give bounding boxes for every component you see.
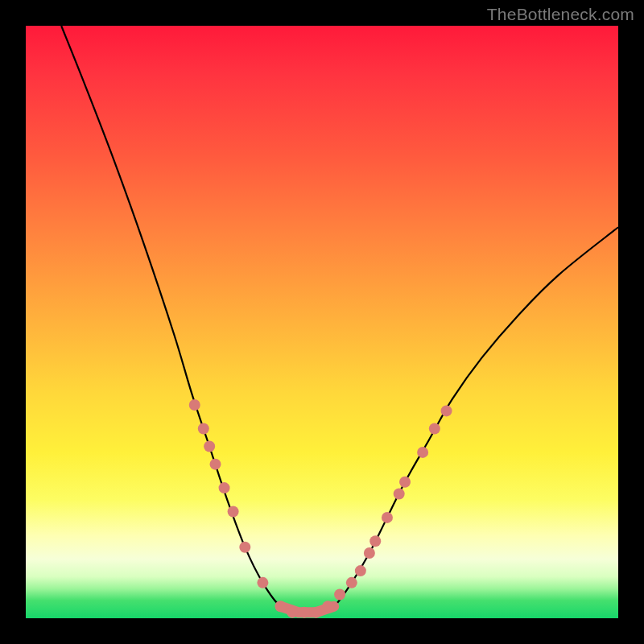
chart-frame: TheBottleneck.com [0,0,644,644]
curve-dot [355,565,366,576]
curve-dot [198,423,209,434]
curve-dot [429,423,440,434]
curve-dot [228,506,239,518]
curve-dot [441,405,452,416]
curve-dot [299,607,310,618]
curve-dot [394,488,405,499]
plot-area [26,26,618,618]
bottleneck-curve [61,26,618,613]
curve-dot [239,542,250,553]
curve-dot [369,535,381,547]
curve-dot [417,447,428,458]
watermark-text: TheBottleneck.com [487,5,634,24]
chart-svg [26,26,618,618]
curve-dot [204,441,215,452]
curve-dot [346,577,357,588]
curve-dot [189,399,200,411]
curve-dot [364,547,375,559]
curve-dot [275,601,286,612]
curve-dots-group [189,399,452,618]
curve-dot [382,512,393,523]
curve-dot [322,601,333,612]
curve-dot [311,607,322,618]
curve-dot [334,589,345,601]
curve-dot [257,577,268,588]
curve-dot [287,607,298,618]
curve-dot [219,482,230,493]
curve-dot [210,459,221,470]
curve-dot [399,477,411,488]
